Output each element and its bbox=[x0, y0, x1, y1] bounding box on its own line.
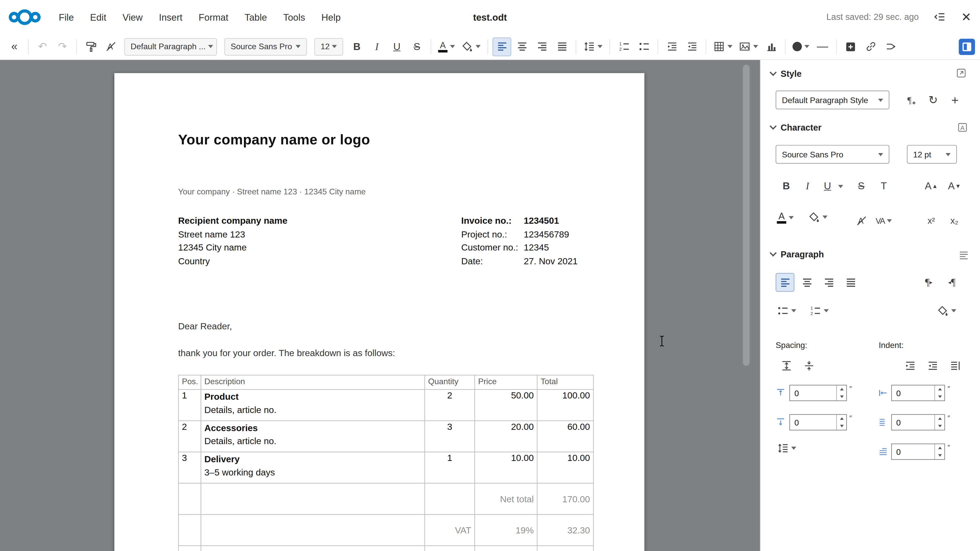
bold-button[interactable]: B bbox=[348, 37, 366, 56]
sidebar-strikethrough-button[interactable]: S bbox=[852, 177, 870, 195]
spinner-buttons[interactable] bbox=[836, 386, 846, 400]
sidebar-align-left-button[interactable] bbox=[776, 273, 794, 292]
sidebar-font-name-dropdown[interactable]: Source Sans Pro bbox=[776, 145, 889, 164]
paragraph-dialog-icon[interactable] bbox=[958, 249, 969, 260]
clone-formatting-button[interactable] bbox=[81, 37, 100, 56]
superscript-button[interactable]: x² bbox=[922, 211, 940, 230]
decrease-indent-button[interactable] bbox=[682, 37, 701, 56]
sidebar-justify-button[interactable] bbox=[841, 273, 860, 292]
menu-file[interactable]: File bbox=[52, 8, 81, 26]
underline-button[interactable]: U bbox=[387, 37, 406, 56]
invoice-table[interactable]: Pos. Description Quantity Price Total 1 … bbox=[178, 375, 594, 551]
character-dialog-icon[interactable]: A bbox=[957, 122, 968, 133]
basic-shapes-button[interactable] bbox=[790, 37, 812, 56]
character-section-header[interactable]: Character bbox=[771, 122, 821, 132]
spinner-buttons[interactable] bbox=[934, 444, 944, 459]
insert-hyperlink-button[interactable] bbox=[861, 37, 880, 56]
update-style-button[interactable]: ↻ bbox=[924, 91, 942, 109]
document-canvas[interactable]: Your company name or logo Your company ·… bbox=[0, 60, 760, 551]
insert-image-button[interactable] bbox=[736, 37, 761, 56]
paragraph-style-dropdown[interactable]: Default Paragraph ... bbox=[124, 38, 217, 56]
decrease-paragraph-spacing-button[interactable] bbox=[799, 356, 818, 375]
paragraph-background-color-button[interactable] bbox=[937, 305, 956, 317]
shadow-text-button[interactable]: T bbox=[874, 177, 893, 195]
menu-edit[interactable]: Edit bbox=[83, 8, 113, 26]
right-to-left-button[interactable]: ◂¶ bbox=[942, 273, 961, 292]
nextcloud-logo-icon[interactable] bbox=[9, 9, 41, 25]
sidebar-decrease-indent-button[interactable] bbox=[923, 356, 942, 375]
sidebar-font-color-button[interactable]: A bbox=[777, 211, 794, 224]
add-style-button[interactable]: + bbox=[945, 91, 964, 109]
increase-indent-button[interactable] bbox=[662, 37, 681, 56]
hanging-indent-button[interactable] bbox=[945, 356, 964, 375]
undo-button[interactable]: ↶ bbox=[33, 37, 52, 56]
sidebar-line-spacing-button[interactable] bbox=[777, 442, 796, 454]
insert-line-button[interactable]: — bbox=[813, 37, 832, 56]
cell-desc: Accessories Details, article no. bbox=[201, 421, 425, 452]
menu-table[interactable]: Table bbox=[238, 8, 274, 26]
menu-view[interactable]: View bbox=[116, 8, 150, 26]
track-changes-button[interactable] bbox=[881, 37, 900, 56]
align-center-button[interactable] bbox=[512, 37, 531, 56]
subscript-button[interactable]: x₂ bbox=[945, 211, 964, 230]
clear-formatting-button[interactable]: A bbox=[101, 37, 120, 56]
font-name-dropdown[interactable]: Source Sans Pro bbox=[224, 38, 307, 56]
spinner-buttons[interactable] bbox=[934, 415, 944, 430]
style-name-dropdown[interactable]: Default Paragraph Style bbox=[776, 91, 889, 109]
spinner-buttons[interactable] bbox=[934, 386, 944, 400]
more-options-icon[interactable] bbox=[956, 67, 967, 79]
redo-button[interactable]: ↷ bbox=[53, 37, 72, 56]
line-spacing-button[interactable] bbox=[581, 37, 605, 56]
menu-format[interactable]: Format bbox=[192, 8, 235, 26]
sidebar-bold-button[interactable]: B bbox=[777, 177, 795, 195]
menu-help[interactable]: Help bbox=[314, 8, 347, 26]
align-right-button[interactable] bbox=[533, 37, 551, 56]
left-to-right-button[interactable]: ¶▸ bbox=[919, 273, 938, 292]
spacing-above-input[interactable]: 0 bbox=[789, 385, 847, 401]
grow-font-button[interactable]: A▲ bbox=[922, 177, 940, 195]
ordered-list-button[interactable]: 1 2 bbox=[614, 37, 633, 56]
spinner-buttons[interactable] bbox=[836, 415, 846, 430]
character-spacing-button[interactable]: VA bbox=[876, 211, 892, 230]
invoice-meta-block: Invoice no.: 1234501 Project no.: 123456… bbox=[461, 214, 578, 268]
sidebar-ordered-list-button[interactable]: 1 2 bbox=[809, 305, 829, 317]
menu-tools[interactable]: Tools bbox=[277, 8, 312, 26]
insert-special-character-button[interactable] bbox=[841, 37, 860, 56]
sidebar-align-center-button[interactable] bbox=[797, 273, 816, 292]
document-page[interactable]: Your company name or logo Your company ·… bbox=[115, 73, 644, 551]
new-style-from-selection-button[interactable]: ¶ bbox=[902, 91, 921, 109]
italic-button[interactable]: I bbox=[368, 37, 386, 56]
sidebar-align-right-button[interactable] bbox=[819, 273, 838, 292]
menu-insert[interactable]: Insert bbox=[152, 8, 189, 26]
font-size-dropdown[interactable]: 12 bbox=[314, 38, 343, 56]
sidebar-italic-button[interactable]: I bbox=[798, 177, 817, 195]
indent-after-input[interactable]: 0 bbox=[891, 414, 945, 430]
first-line-indent-input[interactable]: 0 bbox=[891, 444, 945, 460]
shrink-font-button[interactable]: A▼ bbox=[945, 177, 964, 195]
insert-table-button[interactable] bbox=[711, 37, 735, 56]
style-section-header[interactable]: Style bbox=[771, 68, 802, 79]
collapse-menubar-icon[interactable] bbox=[934, 11, 946, 23]
insert-chart-button[interactable] bbox=[762, 37, 780, 56]
sidebar-underline-button[interactable]: U bbox=[819, 177, 843, 195]
close-icon[interactable]: ✕ bbox=[961, 10, 971, 24]
spacing-below-input[interactable]: 0 bbox=[789, 414, 847, 430]
sidebar-highlight-button[interactable] bbox=[808, 211, 828, 223]
sidebar-clear-formatting-button[interactable]: A bbox=[852, 211, 870, 230]
align-left-button[interactable] bbox=[493, 37, 511, 56]
strikethrough-button[interactable]: S bbox=[407, 37, 426, 56]
increase-paragraph-spacing-button[interactable] bbox=[777, 356, 795, 375]
justify-button[interactable] bbox=[552, 37, 571, 56]
font-color-button[interactable]: A bbox=[436, 37, 458, 56]
paragraph-section-header[interactable]: Paragraph bbox=[771, 249, 824, 259]
sidebar-toggle-button[interactable] bbox=[959, 38, 975, 55]
sidebar-bullet-list-button[interactable] bbox=[777, 305, 796, 317]
sidebar-increase-indent-button[interactable] bbox=[900, 356, 919, 375]
bullet-list-button[interactable] bbox=[635, 37, 653, 56]
sidebar-font-size-dropdown[interactable]: 12 pt bbox=[907, 145, 957, 164]
fold-toolbar-button[interactable]: « bbox=[5, 37, 24, 56]
item-details: Details, article no. bbox=[204, 403, 422, 416]
highlight-color-button[interactable] bbox=[459, 37, 484, 56]
indent-before-input[interactable]: 0 bbox=[891, 385, 945, 401]
document-scrollbar[interactable] bbox=[742, 64, 750, 366]
